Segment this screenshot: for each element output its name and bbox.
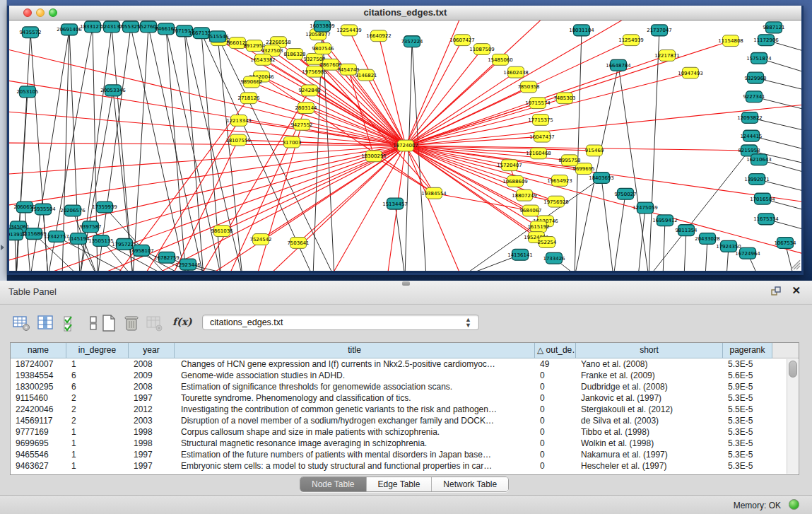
column-header-title[interactable]: title bbox=[175, 343, 535, 358]
graph-node[interactable]: 9427552 bbox=[290, 119, 312, 130]
graph-node[interactable]: 14136141 bbox=[507, 249, 533, 260]
graph-node[interactable]: 9887121 bbox=[763, 22, 784, 33]
graph-node[interactable]: 7850358 bbox=[517, 81, 539, 93]
graph-node[interactable]: 9811354 bbox=[675, 225, 698, 236]
graph-node[interactable]: 11675334 bbox=[753, 214, 779, 225]
graph-node[interactable]: 10607427 bbox=[449, 35, 475, 46]
graph-node[interactable]: 20433028 bbox=[695, 233, 720, 245]
graph-node[interactable]: 19654923 bbox=[547, 175, 572, 187]
column-header-pagerank[interactable]: pagerank bbox=[723, 343, 772, 358]
graph-node[interactable]: 20691406 bbox=[57, 24, 82, 35]
graph-node[interactable]: 9684067 bbox=[519, 205, 541, 216]
memory-ok-indicator[interactable] bbox=[789, 499, 799, 510]
table-row[interactable]: 1872400712008Changes of HCN gene express… bbox=[11, 358, 787, 370]
graph-node[interactable]: 11087509 bbox=[469, 44, 495, 55]
graph-node[interactable]: 13992071 bbox=[744, 174, 770, 185]
graph-node[interactable]: 7357224 bbox=[401, 36, 423, 47]
close-panel-icon[interactable]: ✕ bbox=[792, 285, 801, 296]
graph-node[interactable]: 15134457 bbox=[382, 198, 408, 209]
graph-node[interactable]: 16640922 bbox=[366, 30, 392, 42]
graph-node[interactable]: 1244415 bbox=[740, 130, 762, 141]
scrollbar-thumb[interactable] bbox=[789, 361, 797, 378]
graph-node[interactable]: 12475059 bbox=[632, 202, 658, 214]
graph-node[interactable]: 8186328 bbox=[283, 49, 305, 60]
panel-expand-arrow-icon[interactable] bbox=[1, 245, 4, 250]
graph-node[interactable]: 915469 bbox=[585, 145, 604, 156]
graph-node[interactable]: 15751874 bbox=[746, 52, 772, 64]
table-row[interactable]: 1938455462009Genome-wide association stu… bbox=[11, 370, 787, 381]
graph-node[interactable]: 9146821 bbox=[355, 69, 377, 81]
vertical-scrollbar[interactable] bbox=[787, 359, 798, 474]
graph-node[interactable]: 9861036 bbox=[211, 226, 233, 237]
graph-node[interactable]: 7485303 bbox=[553, 93, 575, 104]
graph-node[interactable]: 12093822 bbox=[737, 112, 763, 124]
graph-node[interactable]: 14602438 bbox=[503, 66, 529, 78]
graph-node[interactable]: 317003 bbox=[283, 136, 302, 148]
graph-node[interactable]: 7515546 bbox=[206, 31, 228, 42]
tab-node-table[interactable]: Node Table bbox=[300, 477, 367, 491]
graph-node[interactable]: 1145194 bbox=[67, 233, 90, 245]
graph-node[interactable]: 21737047 bbox=[647, 25, 672, 36]
float-panel-icon[interactable] bbox=[771, 286, 781, 296]
graph-node[interactable]: 9890662 bbox=[240, 76, 262, 88]
graph-node[interactable]: 13505135 bbox=[88, 235, 114, 247]
column-header-short[interactable]: short bbox=[576, 343, 723, 358]
graph-node[interactable]: 11154808 bbox=[718, 35, 743, 47]
network-canvas[interactable]: 1872400776638228660123891295422260558932… bbox=[9, 21, 801, 271]
graph-node[interactable]: 8995758 bbox=[558, 155, 580, 166]
table-row[interactable]: 1456911722003Disruption of a novel membe… bbox=[11, 415, 787, 426]
graph-node[interactable]: 10947493 bbox=[678, 67, 703, 78]
graph-node[interactable]: 2053105 bbox=[16, 86, 38, 98]
create-column-button[interactable] bbox=[99, 313, 119, 333]
graph-node[interactable]: 12254439 bbox=[336, 25, 362, 36]
graph-node[interactable]: 9435572 bbox=[19, 27, 41, 38]
window-titlebar[interactable]: citations_edges.txt bbox=[9, 6, 801, 21]
graph-node[interactable]: 19756928 bbox=[543, 196, 569, 207]
table-settings-button[interactable] bbox=[11, 313, 31, 333]
graph-node[interactable]: 19384554 bbox=[421, 187, 447, 199]
graph-node[interactable]: 9227341 bbox=[743, 91, 765, 103]
table-selector-dropdown[interactable]: citations_edges.txt ▲▼ bbox=[202, 315, 479, 330]
graph-node[interactable]: 1615192 bbox=[527, 221, 549, 233]
graph-node[interactable]: 1733426 bbox=[543, 252, 565, 264]
table-row[interactable]: 946554611997Estimation of the future num… bbox=[11, 449, 787, 460]
column-header-in_degree[interactable]: in_degree bbox=[66, 343, 129, 358]
graph-node[interactable]: 1067534 bbox=[774, 238, 796, 249]
graph-node[interactable]: 18403693 bbox=[589, 173, 614, 184]
select-all-button[interactable] bbox=[61, 313, 81, 333]
select-columns-button[interactable] bbox=[35, 313, 55, 333]
graph-node[interactable]: 18031104 bbox=[569, 25, 594, 36]
graph-node[interactable]: 2718126 bbox=[237, 93, 259, 104]
resize-grip-icon[interactable] bbox=[791, 260, 800, 269]
graph-node[interactable]: 7524542 bbox=[249, 234, 271, 245]
citation-network-graph[interactable]: 1872400776638228660123891295422260558932… bbox=[9, 21, 801, 271]
table-row[interactable]: 911546021997Tourette syndrome. Phenomeno… bbox=[11, 392, 787, 404]
splitter-handle[interactable] bbox=[402, 281, 410, 286]
graph-node[interactable]: 15485060 bbox=[488, 54, 513, 65]
table-row[interactable]: 969969511998Structural magnetic resonanc… bbox=[11, 438, 787, 449]
graph-node[interactable]: 9329968 bbox=[744, 72, 766, 83]
column-header-name[interactable]: name bbox=[11, 343, 66, 358]
graph-node[interactable]: 9807546 bbox=[312, 43, 334, 54]
table-row[interactable]: 946362711997Embryonic stem cells: a mode… bbox=[11, 460, 787, 472]
graph-node[interactable]: 9397587 bbox=[79, 221, 101, 233]
graph-node[interactable]: 10688609 bbox=[502, 176, 528, 187]
function-builder-button[interactable]: f(x) bbox=[172, 316, 192, 327]
table-row[interactable]: 977716911998Corpus callosum shape and si… bbox=[11, 426, 787, 438]
left-panel-splitter[interactable] bbox=[0, 0, 7, 281]
graph-node[interactable]: 17715375 bbox=[528, 115, 553, 126]
delete-column-button[interactable] bbox=[122, 313, 141, 333]
graph-node[interactable]: 9242848 bbox=[298, 85, 320, 96]
graph-node[interactable]: 16959412 bbox=[652, 215, 678, 226]
graph-node[interactable]: 11172906 bbox=[753, 35, 779, 46]
graph-node[interactable]: 9750027 bbox=[614, 188, 636, 199]
column-header-out_de[interactable]: △ out_de… bbox=[535, 343, 576, 358]
table-row[interactable]: 1830029562008Estimation of significance … bbox=[11, 381, 787, 392]
graph-node[interactable]: 252254 bbox=[538, 237, 557, 248]
graph-node[interactable]: 7503641 bbox=[287, 238, 309, 249]
graph-node[interactable]: 19715574 bbox=[525, 98, 551, 109]
graph-node[interactable]: 12342757 bbox=[44, 231, 69, 243]
column-header-year[interactable]: year bbox=[129, 343, 175, 358]
graph-node[interactable]: 2803144 bbox=[295, 103, 317, 114]
network-view-window[interactable]: citations_edges.txt 18724007766382286601… bbox=[7, 6, 804, 275]
